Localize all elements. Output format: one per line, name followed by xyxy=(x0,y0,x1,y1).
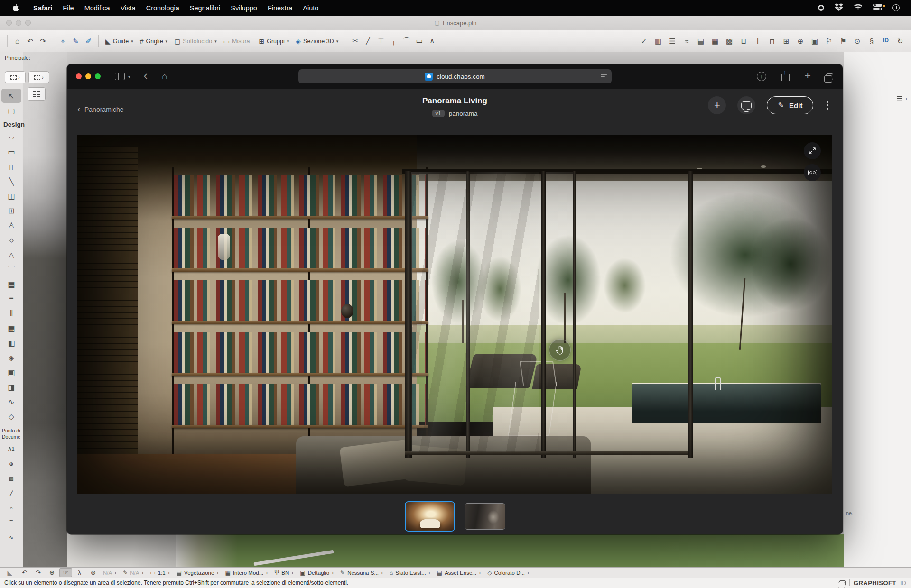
fill-tool[interactable]: ▨ xyxy=(1,471,21,486)
menubar-item[interactable]: Vista xyxy=(115,4,141,12)
marquee-tool[interactable]: ▢ xyxy=(1,103,21,118)
link-icon[interactable]: ⊕ xyxy=(793,37,808,46)
door-tool[interactable]: ◫ xyxy=(1,189,21,203)
minimize-button[interactable] xyxy=(16,20,21,26)
fullscreen-button[interactable] xyxy=(95,74,101,79)
refresh-icon[interactable]: ↻ xyxy=(893,37,907,46)
markup-check-icon[interactable]: ✓ xyxy=(637,37,651,46)
undo-icon[interactable]: ↶ xyxy=(24,37,37,46)
zoom-button[interactable] xyxy=(25,20,31,26)
profile-icon[interactable]: Ⅰ xyxy=(751,37,765,46)
walk-icon[interactable]: λ xyxy=(73,568,86,577)
view-forward-icon[interactable]: ↷ xyxy=(32,568,45,577)
wall-tool[interactable]: ▱ xyxy=(1,130,21,144)
fillet-icon[interactable]: ⌒ xyxy=(400,37,413,46)
freeform-tool[interactable]: ◇ xyxy=(1,409,21,423)
menubar-item[interactable]: Modifica xyxy=(79,4,115,12)
marker-tool[interactable]: ⊕ xyxy=(1,457,21,471)
close-button[interactable] xyxy=(76,74,82,79)
gruppi-dropdown[interactable]: ⊞ Gruppi ▾ xyxy=(256,37,293,45)
line-tool[interactable]: ╱ xyxy=(1,486,21,500)
tab-overview-icon[interactable] xyxy=(826,74,833,80)
sidebar-chevron-icon[interactable]: ▾ xyxy=(128,74,130,79)
panorama-thumbnail[interactable] xyxy=(465,503,505,530)
view-style-option[interactable]: ◇ Colorato D... › xyxy=(484,568,532,578)
pickup-parameters-icon[interactable]: ⌖ xyxy=(56,37,69,46)
stretch-icon[interactable]: ▭ xyxy=(413,37,426,46)
curtain-wall-tool[interactable]: ▦ xyxy=(1,321,21,335)
shell-profile-tool[interactable]: ∿ xyxy=(1,395,21,409)
record-status-icon[interactable] xyxy=(818,5,824,11)
guide-dropdown[interactable]: ◣ Guide ▾ xyxy=(102,37,137,45)
panel-menu-icon[interactable]: ☰ xyxy=(896,95,902,102)
zoom-in-icon[interactable]: ⊕ xyxy=(46,568,58,577)
pen-bn-option[interactable]: Ψ BN › xyxy=(271,568,297,578)
edit-button[interactable]: ✎ Edit xyxy=(767,96,813,114)
railing-tool[interactable]: ‖ xyxy=(1,306,21,321)
menubar-item[interactable]: Finestra xyxy=(262,4,297,12)
clip-icon[interactable]: § xyxy=(865,37,879,46)
address-bar[interactable]: cloud.chaos.com xyxy=(298,69,612,83)
pen-set-option[interactable]: ✎ N/A › xyxy=(120,568,147,578)
linetype-icon[interactable]: ≈ xyxy=(679,37,694,46)
menubar-item[interactable]: Aiuto xyxy=(297,4,324,12)
object-tool[interactable]: ♙ xyxy=(1,218,21,232)
skylight-tool[interactable]: ◧ xyxy=(1,336,21,350)
flag-true-icon[interactable]: ⚑ xyxy=(836,37,850,46)
inject-parameters-icon[interactable]: ✎ xyxy=(69,37,82,46)
columns-icon[interactable]: ▥ xyxy=(651,37,665,46)
wifi-icon[interactable] xyxy=(854,4,863,12)
new-tab-icon[interactable]: + xyxy=(805,70,811,83)
menubar-item[interactable]: File xyxy=(57,4,79,12)
stair-tool[interactable]: ≡ xyxy=(1,292,21,306)
copy-layout-icon[interactable]: ▣ xyxy=(808,37,822,46)
window-tool[interactable]: ⊞ xyxy=(1,203,21,218)
circle-tool[interactable]: ○ xyxy=(1,501,21,515)
control-center-icon[interactable] xyxy=(873,4,882,12)
select-arrow-tool[interactable]: ↖ xyxy=(1,89,21,103)
griglie-dropdown[interactable]: # Griglie ▾ xyxy=(137,37,171,45)
downloads-icon[interactable]: ↓ xyxy=(757,72,766,81)
anchor-icon[interactable]: ⊔ xyxy=(736,37,751,46)
adjust-icon[interactable]: ⊤ xyxy=(374,37,387,46)
close-button[interactable] xyxy=(6,20,12,26)
morph-tool[interactable]: ◈ xyxy=(1,350,21,365)
slab-tool[interactable]: ▭ xyxy=(1,145,21,159)
orbit-icon[interactable]: ⊛ xyxy=(87,568,100,577)
more-options-button[interactable] xyxy=(825,99,830,111)
window-copy-icon[interactable] xyxy=(839,580,846,586)
archicad-window-controls[interactable] xyxy=(6,20,31,26)
grid-snap-icon[interactable]: ⊞ xyxy=(779,37,793,46)
intersect-icon[interactable]: ┐ xyxy=(387,37,400,46)
zone-tool[interactable]: ▣ xyxy=(1,365,21,379)
layer-combination-option[interactable]: ▤ Vegetazione › xyxy=(173,568,222,578)
dropbox-icon[interactable] xyxy=(835,3,843,12)
shell-tool[interactable]: ⌒ xyxy=(1,262,21,276)
layers-icon[interactable]: ☰ xyxy=(665,37,679,46)
pin-icon[interactable]: ⊙ xyxy=(850,37,865,46)
elevate-icon[interactable]: ∧ xyxy=(426,37,438,46)
panorama-viewer[interactable] xyxy=(77,135,832,494)
vr-view-button[interactable] xyxy=(804,164,821,181)
apple-menu-icon[interactable] xyxy=(12,3,20,12)
sidebar-toggle-icon[interactable] xyxy=(115,73,125,80)
mesh-tool[interactable]: ▤ xyxy=(1,277,21,291)
comments-button[interactable] xyxy=(737,96,755,114)
id-badge[interactable]: ID xyxy=(879,37,893,46)
add-button[interactable]: + xyxy=(708,96,726,114)
menubar-item[interactable]: Segnalibri xyxy=(185,4,226,12)
redo-icon[interactable]: ↷ xyxy=(37,37,49,46)
minimize-button[interactable] xyxy=(85,74,91,79)
asset-set-option[interactable]: ▤ Asset Ensc... › xyxy=(434,568,484,578)
arc-tool[interactable]: ⌒ xyxy=(1,515,21,530)
sottolucido-dropdown[interactable]: ▢ Sottolucido ▾ xyxy=(171,37,220,45)
detail-grid-icon[interactable]: ▦ xyxy=(708,37,722,46)
clock-icon[interactable] xyxy=(892,4,900,11)
fullscreen-button[interactable] xyxy=(804,142,821,159)
panorama-thumbnail-selected[interactable] xyxy=(405,501,455,532)
opening-tool[interactable]: ◨ xyxy=(1,380,21,394)
selection-preset-button-1[interactable]: › xyxy=(5,71,26,83)
trim-icon[interactable]: ╱ xyxy=(362,37,374,46)
back-navigation-icon[interactable]: ‹ xyxy=(144,69,148,83)
menubar-item[interactable]: Cronologia xyxy=(141,4,185,12)
